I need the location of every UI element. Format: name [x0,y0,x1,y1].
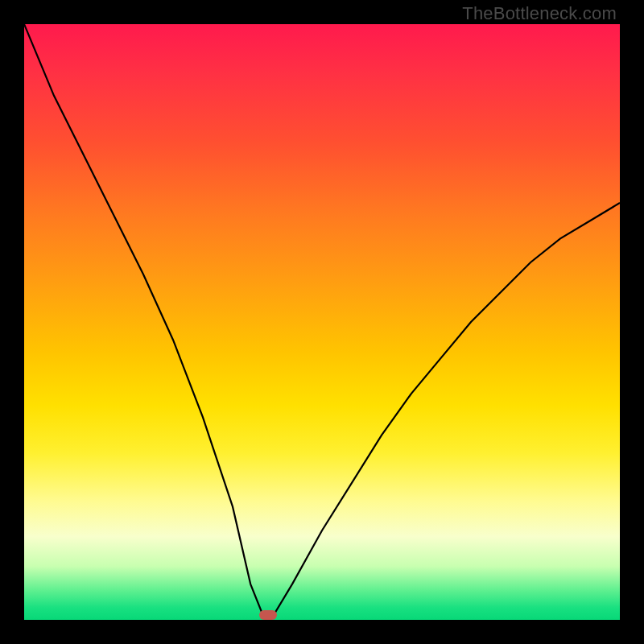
curve-path [24,24,620,620]
watermark-text: TheBottleneck.com [462,3,617,24]
bottleneck-curve [24,24,620,620]
chart-frame: TheBottleneck.com [0,0,644,644]
optimum-marker [259,610,277,620]
plot-area [24,24,620,620]
